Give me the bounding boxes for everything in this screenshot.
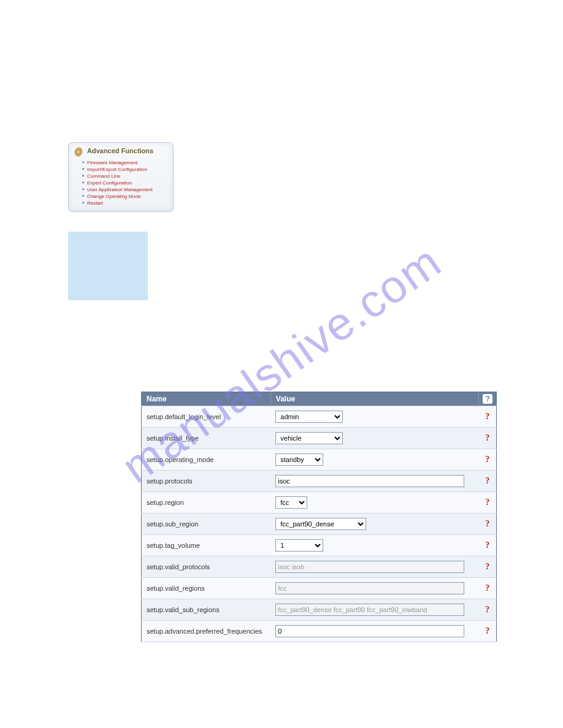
adv-item-command-line[interactable]: Command Line xyxy=(87,173,169,180)
config-value-cell: admin xyxy=(270,406,478,428)
svg-point-0 xyxy=(77,151,80,154)
row-help-button[interactable]: ? xyxy=(479,621,497,642)
blue-placeholder-block xyxy=(68,232,148,300)
config-select[interactable]: fcc xyxy=(275,496,307,509)
config-select[interactable]: standby xyxy=(275,453,323,466)
adv-item-firmware-management[interactable]: Firmware Management xyxy=(87,159,169,166)
config-name: setup.valid_sub_regions xyxy=(142,599,271,621)
table-row: setup.default_login_leveladmin? xyxy=(142,406,497,428)
col-header-value: Value xyxy=(270,392,478,406)
config-name: setup.sub_region xyxy=(142,514,271,535)
row-help-button[interactable]: ? xyxy=(479,514,497,535)
advanced-functions-header: Advanced Functions xyxy=(72,146,169,158)
table-row: setup.advanced.preferred_frequencies? xyxy=(142,621,497,642)
row-help-button[interactable]: ? xyxy=(479,599,497,621)
config-readonly xyxy=(275,582,464,594)
config-name: setup.protocols xyxy=(142,471,271,492)
help-icon: ? xyxy=(483,394,492,404)
row-help-button[interactable]: ? xyxy=(479,428,497,449)
table-row: setup.sub_regionfcc_part90_dense? xyxy=(142,514,497,535)
gear-icon xyxy=(72,146,85,158)
config-value-cell: fcc xyxy=(270,492,478,514)
adv-item-user-application-management[interactable]: User Application Management xyxy=(87,186,169,193)
config-input[interactable] xyxy=(275,475,464,487)
config-select[interactable]: 1 xyxy=(275,539,323,552)
config-value-cell: fcc_part90_dense xyxy=(270,514,478,535)
advanced-functions-title: Advanced Functions xyxy=(87,146,153,154)
adv-item-change-operating-mode[interactable]: Change Operating Mode xyxy=(87,193,169,200)
config-name: setup.tag_volume xyxy=(142,535,271,556)
config-select[interactable]: vehicle xyxy=(275,432,343,444)
config-value-cell xyxy=(270,599,478,621)
config-value-cell xyxy=(270,471,478,492)
table-row: setup.valid_regions? xyxy=(142,578,497,599)
config-name: setup.valid_regions xyxy=(142,578,271,599)
config-value-cell xyxy=(270,621,478,642)
config-readonly xyxy=(275,604,464,616)
config-select[interactable]: fcc_part90_dense xyxy=(275,518,366,530)
config-input[interactable] xyxy=(275,625,464,637)
config-name: setup.region xyxy=(142,492,271,514)
config-table: Name Value ? setup.default_login_levelad… xyxy=(141,392,497,642)
config-name: setup.advanced.preferred_frequencies xyxy=(142,621,271,642)
table-row: setup.valid_protocols? xyxy=(142,556,497,578)
advanced-functions-list: Firmware Management Import/Export Config… xyxy=(72,159,169,207)
config-value-cell: standby xyxy=(270,449,478,471)
row-help-button[interactable]: ? xyxy=(479,492,497,514)
row-help-button[interactable]: ? xyxy=(479,578,497,599)
config-name: setup.install_type xyxy=(142,428,271,449)
table-row: setup.protocols? xyxy=(142,471,497,492)
row-help-button[interactable]: ? xyxy=(479,471,497,492)
row-help-button[interactable]: ? xyxy=(479,556,497,578)
config-table-body: setup.default_login_leveladmin?setup.ins… xyxy=(142,406,497,642)
col-header-name: Name xyxy=(142,392,271,406)
row-help-button[interactable]: ? xyxy=(479,535,497,556)
table-row: setup.operating_modestandby? xyxy=(142,449,497,471)
table-row: setup.regionfcc? xyxy=(142,492,497,514)
config-name: setup.default_login_level xyxy=(142,406,271,428)
config-value-cell: vehicle xyxy=(270,428,478,449)
config-value-cell xyxy=(270,578,478,599)
row-help-button[interactable]: ? xyxy=(479,449,497,471)
advanced-functions-panel: Advanced Functions Firmware Management I… xyxy=(68,142,174,212)
col-header-help[interactable]: ? xyxy=(479,392,497,406)
adv-item-restart[interactable]: Restart xyxy=(87,200,169,207)
adv-item-expert-configuration[interactable]: Expert Configuration xyxy=(87,180,169,186)
adv-item-import-export-config[interactable]: Import/Export Configuration xyxy=(87,166,169,173)
table-row: setup.tag_volume1? xyxy=(142,535,497,556)
row-help-button[interactable]: ? xyxy=(479,406,497,428)
config-select[interactable]: admin xyxy=(275,411,343,423)
table-row: setup.install_typevehicle? xyxy=(142,428,497,449)
config-value-cell xyxy=(270,556,478,578)
config-value-cell: 1 xyxy=(270,535,478,556)
config-readonly xyxy=(275,561,464,573)
config-name: setup.operating_mode xyxy=(142,449,271,471)
config-name: setup.valid_protocols xyxy=(142,556,271,578)
table-row: setup.valid_sub_regions? xyxy=(142,599,497,621)
